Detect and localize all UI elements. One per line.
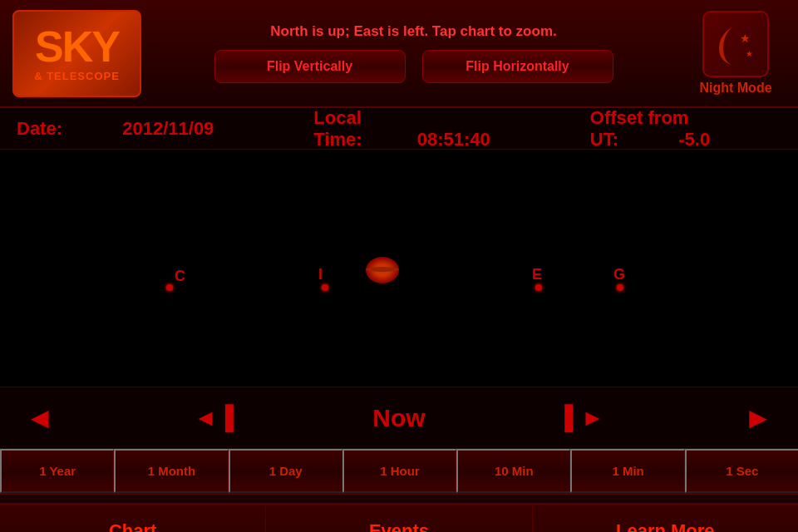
logo: SKY & TELESCOPE bbox=[12, 10, 141, 97]
jupiter bbox=[366, 257, 399, 283]
header-buttons: Flip Vertically Flip Horizontally bbox=[214, 50, 613, 83]
forward-fast-button[interactable]: ► bbox=[743, 401, 773, 436]
night-mode-box[interactable]: ★ ★ Night Mode bbox=[686, 11, 786, 96]
offset-label: Offset from UT: bbox=[590, 107, 689, 150]
back-fast-button[interactable]: ◄ bbox=[25, 401, 55, 436]
night-mode-icon: ★ ★ bbox=[702, 11, 769, 77]
moon-g-label: G bbox=[613, 266, 625, 283]
offset-display: Offset from UT: -5.0 bbox=[590, 107, 760, 150]
moon-e-label: E bbox=[532, 266, 542, 283]
header-instruction: North is up; East is left. Tap chart to … bbox=[270, 23, 556, 40]
night-mode-label: Night Mode bbox=[699, 81, 771, 96]
moon-g-dot bbox=[617, 284, 623, 291]
time-display: Local Time: 08:51:40 bbox=[313, 107, 539, 150]
jupiter-body bbox=[366, 257, 399, 283]
time-step-1-day-button[interactable]: 1 Day bbox=[229, 449, 342, 493]
logo-subtitle: & TELESCOPE bbox=[34, 70, 120, 82]
date-value: 2012/11/09 bbox=[122, 118, 214, 139]
separator bbox=[0, 495, 798, 503]
time-step-1-hour-button[interactable]: 1 Hour bbox=[342, 449, 456, 493]
moon-c-label: C bbox=[175, 268, 185, 285]
time-step-1-year-button[interactable]: 1 Year bbox=[0, 449, 114, 493]
time-step-10-min-button[interactable]: 10 Min bbox=[456, 449, 570, 493]
moon-star-icon: ★ ★ bbox=[711, 19, 761, 69]
flip-vertically-button[interactable]: Flip Vertically bbox=[214, 50, 406, 83]
header: SKY & TELESCOPE North is up; East is lef… bbox=[0, 0, 798, 108]
tab-learn-more[interactable]: Learn More bbox=[533, 505, 798, 532]
date-bar: Date: 2012/11/09 Local Time: 08:51:40 Of… bbox=[0, 108, 798, 150]
date-label: Date: bbox=[17, 118, 72, 139]
chart-area[interactable]: C I E G bbox=[0, 150, 798, 387]
svg-text:★: ★ bbox=[746, 49, 753, 58]
time-step-1-month-button[interactable]: 1 Month bbox=[114, 449, 228, 493]
date-display: Date: 2012/11/09 bbox=[17, 118, 264, 140]
moon-i-label: I bbox=[318, 266, 323, 283]
time-step-1-sec-button[interactable]: 1 Sec bbox=[685, 449, 798, 493]
bottom-tabs: ChartEventsLearn More bbox=[0, 503, 798, 532]
time-label: Local Time: bbox=[313, 107, 367, 150]
moon-c-dot bbox=[166, 284, 173, 291]
moon-i-dot bbox=[322, 284, 328, 291]
time-value: 08:51:40 bbox=[417, 129, 490, 150]
moon-e-dot bbox=[535, 284, 542, 291]
logo-sky: SKY bbox=[35, 25, 119, 68]
nav-bar: ◄ ◄▐ Now ▌► ► bbox=[0, 387, 798, 449]
time-step-bar: 1 Year1 Month1 Day1 Hour10 Min1 Min1 Sec bbox=[0, 449, 798, 495]
header-center: North is up; East is left. Tap chart to … bbox=[154, 23, 673, 83]
tab-events[interactable]: Events bbox=[266, 505, 532, 532]
tab-chart[interactable]: Chart bbox=[0, 505, 266, 532]
now-label: Now bbox=[372, 404, 425, 432]
offset-value: -5.0 bbox=[678, 129, 710, 150]
forward-slow-button[interactable]: ▌► bbox=[564, 405, 604, 431]
back-slow-button[interactable]: ◄▐ bbox=[194, 405, 234, 431]
jupiter-band bbox=[366, 267, 399, 272]
svg-text:★: ★ bbox=[740, 32, 751, 45]
time-step-1-min-button[interactable]: 1 Min bbox=[570, 449, 684, 493]
flip-horizontally-button[interactable]: Flip Horizontally bbox=[422, 50, 613, 83]
